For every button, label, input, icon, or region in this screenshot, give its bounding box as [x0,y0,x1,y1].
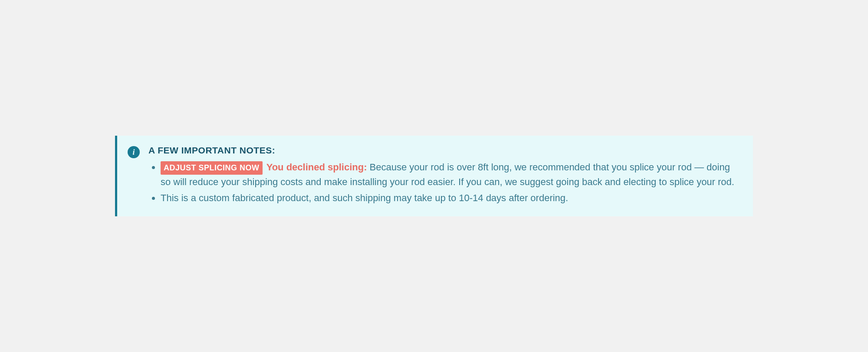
alert-content: A FEW IMPORTANT NOTES: ADJUST SPLICING N… [148,145,740,207]
info-icon: i [128,146,140,158]
list-item: This is a custom fabricated product, and… [161,191,740,205]
list-item: ADJUST SPLICING NOW You declined splicin… [161,160,740,189]
note-body: This is a custom fabricated product, and… [161,192,568,203]
adjust-splicing-button[interactable]: ADJUST SPLICING NOW [161,161,263,175]
info-alert: i A FEW IMPORTANT NOTES: ADJUST SPLICING… [115,136,753,216]
notes-list: ADJUST SPLICING NOW You declined splicin… [148,160,740,205]
alert-heading: A FEW IMPORTANT NOTES: [148,145,740,156]
warning-label: You declined splicing: [266,162,367,173]
